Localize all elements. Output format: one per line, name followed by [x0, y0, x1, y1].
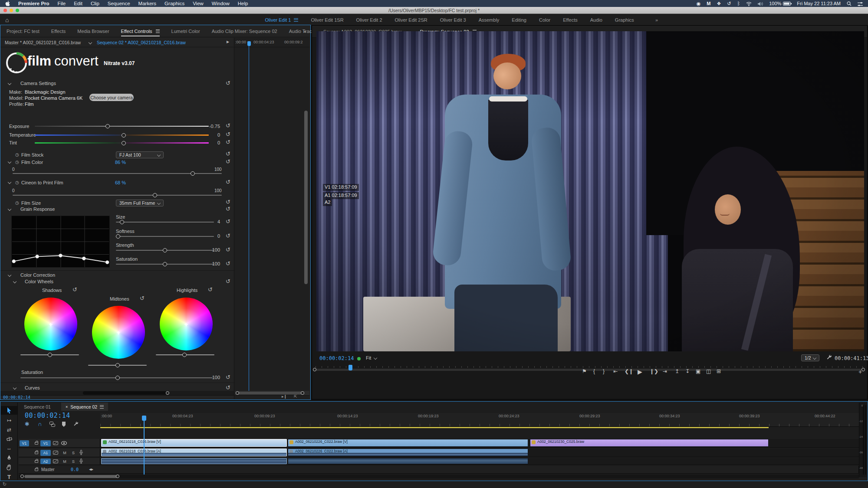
workspace-menu-icon[interactable]: [294, 18, 298, 22]
track-select-forward-tool[interactable]: ↦: [1, 416, 17, 425]
wifi-icon[interactable]: [746, 1, 752, 6]
tab-effect-controls[interactable]: Effect Controls: [121, 26, 160, 37]
film-stock-dropdown[interactable]: FJ Ast 100: [116, 151, 164, 158]
source-patch-v1[interactable]: V1: [20, 440, 29, 446]
tab-project[interactable]: Project: FC test: [7, 26, 39, 37]
grain-strength-value[interactable]: 100: [212, 247, 220, 252]
workspace-tab-oliver-edit-1[interactable]: Oliver Edit 1: [265, 17, 298, 23]
color-correction-section[interactable]: Color Correction: [20, 272, 55, 278]
ripple-edit-tool[interactable]: ⇄: [1, 426, 17, 434]
zoom-window-button[interactable]: [16, 9, 19, 12]
camera-settings-chevron-icon[interactable]: [8, 82, 11, 85]
hand-tool[interactable]: [1, 463, 17, 472]
go-to-in-icon[interactable]: ⇤: [613, 368, 618, 374]
lane-toggle-icon[interactable]: ▶: [227, 40, 229, 44]
workspace-tab-color[interactable]: Color: [539, 17, 550, 23]
temperature-value[interactable]: 0: [217, 132, 220, 138]
sync-lock-icon[interactable]: [53, 441, 58, 445]
midtones-luma-slider[interactable]: [88, 365, 147, 366]
temperature-slider[interactable]: [35, 134, 209, 136]
grain-softness-value[interactable]: 0: [217, 233, 220, 239]
lock-track-icon[interactable]: [35, 450, 38, 454]
add-marker-icon[interactable]: ⚑: [582, 368, 587, 374]
master-clip-label[interactable]: Master * A002_06210218_C016.braw: [5, 40, 81, 45]
reset-camera-icon[interactable]: ↺: [226, 80, 230, 86]
clip-v1-3[interactable]: A002_06210230_C025.braw: [530, 439, 769, 447]
menu-view[interactable]: View: [193, 1, 204, 6]
workspace-tab-editing[interactable]: Editing: [512, 17, 526, 23]
sync-lock-icon[interactable]: [53, 451, 58, 455]
export-icon[interactable]: ⇱: [294, 394, 297, 399]
voiceover-record-mic-icon[interactable]: [79, 459, 83, 464]
reset-grain-icon[interactable]: ↺: [226, 206, 230, 212]
bluetooth-icon[interactable]: ᛒ: [737, 1, 740, 6]
tab-effects[interactable]: Effects: [51, 26, 66, 37]
workspace-tab-assembly[interactable]: Assembly: [479, 17, 500, 23]
program-video-frame[interactable]: V1 02:18:57:09 A1 02:18:57:09 A2: [316, 31, 864, 351]
timeline-ruler[interactable]: :00:00 00:00:04:23 00:00:09:23 00:00:14:…: [100, 413, 859, 427]
reset-highlights-icon[interactable]: ↺: [208, 287, 213, 292]
effect-controls-mini-timeline[interactable]: [234, 38, 309, 399]
reset-cc-saturation-icon[interactable]: ↺: [226, 374, 230, 380]
menu-help[interactable]: Help: [238, 1, 248, 6]
timeline-playhead[interactable]: [144, 416, 145, 478]
panel-menu-icon[interactable]: [156, 29, 160, 33]
lock-track-icon[interactable]: [35, 440, 38, 445]
curves-chevron-icon[interactable]: [13, 386, 16, 390]
tint-value[interactable]: 0: [217, 140, 220, 145]
cineon-slider[interactable]: [13, 195, 222, 196]
reset-grain-saturation-icon[interactable]: ↺: [226, 261, 230, 266]
close-tab-icon[interactable]: ×: [66, 405, 68, 409]
time-machine-icon[interactable]: ↺: [727, 1, 731, 7]
cineon-chevron-icon[interactable]: [8, 180, 11, 184]
cc-saturation-value[interactable]: 100: [212, 375, 220, 380]
play-button-icon[interactable]: ▶: [638, 368, 642, 375]
workspace-tab-oliver-edit-2[interactable]: Oliver Edit 2: [356, 17, 382, 23]
grain-size-slider[interactable]: [116, 222, 214, 223]
clip-a2-1[interactable]: [101, 458, 287, 464]
slip-tool[interactable]: ↔: [1, 444, 17, 452]
malwarebytes-icon[interactable]: M: [707, 1, 710, 6]
choose-camera-button[interactable]: Choose your camera: [89, 94, 134, 101]
tab-audio-clip-mixer[interactable]: Audio Clip Mixer: Sequence 02: [212, 26, 277, 37]
workspace-tab-audio[interactable]: Audio: [590, 17, 602, 23]
panel-menu-icon[interactable]: [100, 405, 104, 409]
type-tool[interactable]: T: [1, 472, 17, 481]
menu-edit[interactable]: Edit: [74, 1, 82, 6]
color-correction-chevron-icon[interactable]: [8, 273, 11, 277]
reset-grain-softness-icon[interactable]: ↺: [226, 233, 230, 239]
tint-slider[interactable]: [35, 142, 209, 144]
keyframe-nav-icon[interactable]: ◂▸: [89, 467, 93, 472]
toggle-track-output-eye-icon[interactable]: [61, 441, 67, 445]
apple-menu-icon[interactable]: [5, 1, 10, 7]
reset-cineon-icon[interactable]: ↺: [226, 179, 230, 185]
shadows-luma-slider[interactable]: [20, 354, 79, 355]
exposure-slider[interactable]: [35, 126, 209, 127]
reset-grain-strength-icon[interactable]: ↺: [226, 247, 230, 252]
grain-section[interactable]: Grain Response: [20, 206, 55, 212]
nest-toggle-icon[interactable]: ✱: [25, 421, 30, 427]
menu-clip[interactable]: Clip: [91, 1, 99, 6]
extract-icon[interactable]: ↧: [685, 368, 690, 374]
track-target-a1[interactable]: A1: [40, 450, 51, 456]
control-center-icon[interactable]: [858, 1, 863, 6]
add-marker-icon[interactable]: [62, 421, 66, 429]
spotlight-search-icon[interactable]: [847, 1, 852, 7]
reset-film-stock-icon[interactable]: ↺: [226, 151, 230, 157]
play-around-icon[interactable]: ▸❙: [282, 394, 287, 399]
tab-sequence-01[interactable]: Sequence 01: [20, 403, 55, 411]
sync-lock-icon[interactable]: [53, 459, 58, 463]
go-to-out-icon[interactable]: ⇥: [663, 368, 667, 374]
track-target-a2[interactable]: A2: [40, 459, 51, 464]
grain-size-value[interactable]: 4: [217, 219, 220, 224]
reset-temperature-icon[interactable]: ↺: [226, 131, 230, 137]
tab-sequence-02[interactable]: × Sequence 02: [61, 403, 108, 411]
reset-grain-size-icon[interactable]: ↺: [226, 219, 230, 224]
menu-window[interactable]: Window: [212, 1, 230, 6]
solo-track-button[interactable]: S: [71, 459, 76, 464]
curves-section[interactable]: Curves: [25, 385, 40, 390]
grain-softness-slider[interactable]: [116, 236, 214, 237]
cineon-value[interactable]: 68 %: [115, 180, 126, 185]
ec-lane-zoom-scrollbar[interactable]: [235, 391, 309, 395]
zoom-level-dropdown[interactable]: Fit: [366, 355, 377, 360]
